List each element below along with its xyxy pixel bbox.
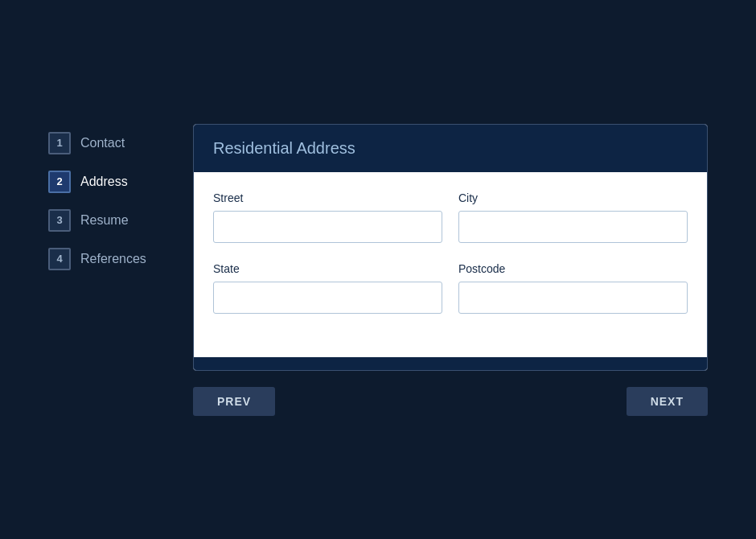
form-body: Street City State Postcode — [194, 172, 707, 357]
sidebar-label-contact: Contact — [80, 136, 125, 150]
city-group: City — [458, 191, 688, 243]
form-row-1: Street City — [213, 191, 688, 243]
sidebar-label-references: References — [80, 252, 146, 266]
step-badge-3: 3 — [48, 209, 71, 232]
sidebar-item-resume[interactable]: 3 Resume — [48, 209, 177, 232]
next-button[interactable]: NEXT — [627, 387, 708, 416]
nav-buttons: PREV NEXT — [193, 387, 708, 416]
main-container: 1 Contact 2 Address 3 Resume 4 Reference… — [48, 124, 708, 416]
sidebar-item-contact[interactable]: 1 Contact — [48, 132, 177, 154]
city-input[interactable] — [458, 211, 688, 243]
street-group: Street — [213, 191, 442, 243]
sidebar: 1 Contact 2 Address 3 Resume 4 Reference… — [48, 124, 177, 270]
step-badge-2: 2 — [48, 171, 71, 193]
postcode-label: Postcode — [458, 262, 688, 275]
state-group: State — [213, 262, 442, 314]
street-input[interactable] — [213, 211, 442, 243]
form-title: Residential Address — [213, 139, 355, 157]
sidebar-item-references[interactable]: 4 References — [48, 248, 177, 270]
postcode-input[interactable] — [458, 282, 688, 314]
form-header: Residential Address — [194, 125, 707, 172]
prev-button[interactable]: PREV — [193, 387, 275, 416]
street-label: Street — [213, 191, 442, 204]
city-label: City — [458, 191, 688, 204]
sidebar-item-address[interactable]: 2 Address — [48, 171, 177, 193]
step-badge-4: 4 — [48, 248, 71, 270]
form-and-buttons: Residential Address Street City State — [193, 124, 708, 416]
sidebar-label-address: Address — [80, 175, 128, 189]
form-row-2: State Postcode — [213, 262, 688, 314]
sidebar-label-resume: Resume — [80, 213, 129, 228]
postcode-group: Postcode — [458, 262, 688, 314]
step-badge-1: 1 — [48, 132, 71, 154]
form-panel: Residential Address Street City State — [193, 124, 708, 371]
state-label: State — [213, 262, 442, 275]
form-footer — [194, 357, 707, 370]
state-input[interactable] — [213, 282, 442, 314]
